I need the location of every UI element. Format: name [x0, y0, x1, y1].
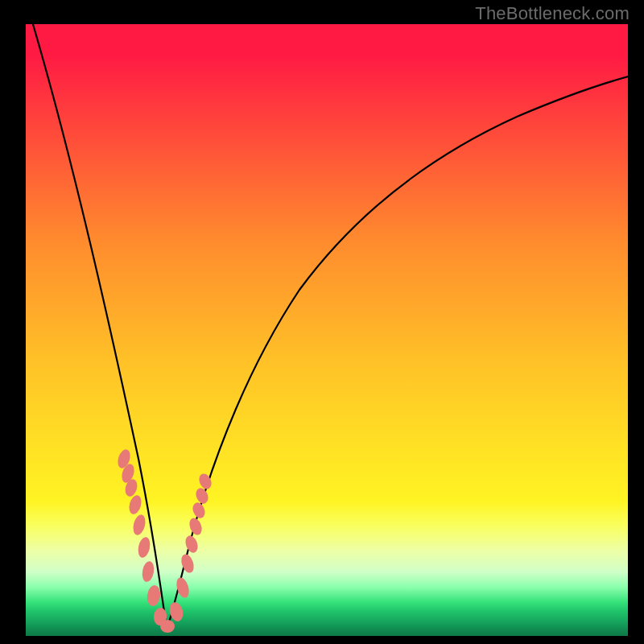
bead	[194, 486, 211, 506]
bead	[184, 534, 200, 554]
plot-area	[26, 24, 628, 636]
bead	[160, 620, 175, 633]
bead	[179, 552, 196, 574]
bead	[191, 501, 207, 520]
bead-cluster	[116, 448, 214, 633]
bead	[188, 516, 204, 537]
bead	[136, 536, 151, 559]
watermark-text: TheBottleneck.com	[475, 3, 630, 24]
bead	[131, 514, 147, 537]
bead	[141, 560, 155, 583]
bottleneck-curve	[26, 24, 628, 636]
chart-frame: TheBottleneck.com	[0, 0, 644, 644]
bead	[127, 494, 143, 516]
bead	[146, 584, 161, 607]
curve-path	[28, 24, 628, 630]
